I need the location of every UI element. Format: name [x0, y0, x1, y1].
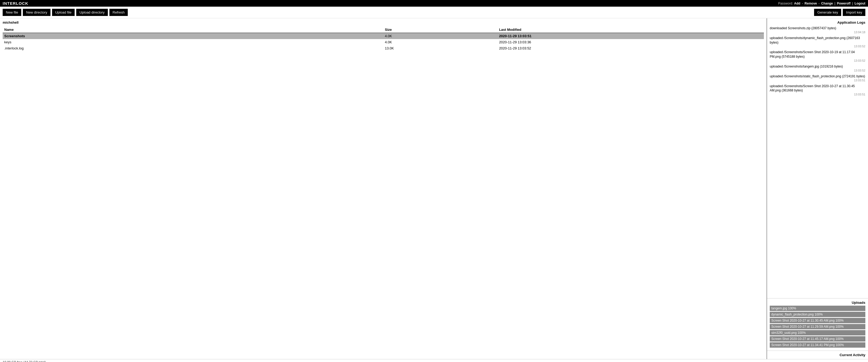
uploads-list: tangem.jpg 100%dynamic_flash_protection.…: [770, 306, 865, 348]
table-row[interactable]: .interlock.log13.0K2020-11-29 13:03:52: [3, 45, 764, 51]
col-header-modified: Last Modified: [497, 27, 764, 33]
upload-item: dynamic_flash_protection.png 100%: [770, 312, 865, 317]
log-time: 13:04:18: [770, 31, 865, 34]
uploads-title: Uploads: [770, 301, 865, 305]
log-time: 13:03:51: [770, 93, 865, 96]
log-text: uploaded /Screenshots/tangem.jpg (101921…: [770, 65, 843, 68]
log-entry: uploaded /Screenshots/Screen Shot 2020-1…: [770, 50, 865, 62]
file-modified: 2020-11-29 13:03:52: [497, 45, 764, 51]
log-entry: uploaded /Screenshots/Screen Shot 2020-1…: [770, 84, 865, 96]
log-text: uploaded /Screenshots/dynamic_flash_prot…: [770, 36, 860, 44]
log-text: uploaded /Screenshots/Screen Shot 2020-1…: [770, 50, 855, 58]
table-header-row: Name Size Last Modified: [3, 27, 764, 33]
file-modified: 2020-11-29 13:03:51: [497, 33, 764, 39]
upload-file-button[interactable]: Upload file: [52, 9, 74, 16]
import-key-button[interactable]: Import key: [843, 9, 865, 16]
current-activity-section: Current Activity: [767, 351, 868, 359]
upload-item: Screen Shot 2020-10-27 at 11.30.45 AM.pn…: [770, 318, 865, 323]
file-size: 4.0K: [383, 33, 497, 39]
password-change-link[interactable]: Change: [821, 2, 833, 5]
upload-item: Screen Shot 2020-10-27 at 11.34.41 PM.pn…: [770, 342, 865, 348]
password-label: Password:: [778, 2, 793, 5]
log-time: 13:03:52: [770, 69, 865, 72]
upload-item: Screen Shot 2020-10-27 at 11.45.17 AM.pn…: [770, 336, 865, 341]
footer: 10.00 GB free (44.72 GB total): [0, 359, 868, 362]
file-size: 13.0K: [383, 45, 497, 51]
file-name: Screenshots: [3, 33, 383, 39]
app-logs-title: Application Logs: [770, 21, 865, 25]
app-logs-section: Application Logs downloaded Screenshots.…: [767, 18, 868, 299]
file-panel: michshell Name Size Last Modified Screen…: [0, 18, 767, 359]
log-text: uploaded /Screenshots/Screen Shot 2020-1…: [770, 84, 855, 92]
file-size: 4.0K: [383, 39, 497, 45]
toolbar: New file New directory Upload file Uploa…: [0, 7, 868, 18]
col-header-name: Name: [3, 27, 383, 33]
password-add-link[interactable]: Add: [794, 2, 800, 5]
poweroff-link[interactable]: Poweroff: [837, 2, 850, 5]
logout-link[interactable]: Logout: [855, 2, 865, 5]
col-header-size: Size: [383, 27, 497, 33]
new-directory-button[interactable]: New directory: [23, 9, 50, 16]
generate-key-button[interactable]: Generate key: [814, 9, 841, 16]
file-name: keys: [3, 39, 383, 45]
log-entry: uploaded /Screenshots/tangem.jpg (101921…: [770, 64, 865, 72]
file-table-body: Screenshots4.0K2020-11-29 13:03:51keys4.…: [3, 33, 764, 52]
log-entry: downloaded Screenshots.zip (28057437 byt…: [770, 26, 865, 34]
log-entry: uploaded /Screenshots/static_flash_prote…: [770, 74, 865, 82]
brand-logo: INTERLOCK: [3, 1, 28, 6]
log-time: 13:03:52: [770, 44, 865, 48]
password-remove-link[interactable]: Remove: [805, 2, 817, 5]
upload-item: stm32f0_uuid.png 100%: [770, 330, 865, 335]
app-logs-entries: downloaded Screenshots.zip (28057437 byt…: [770, 26, 865, 96]
footer-text: 10.00 GB free (44.72 GB total): [3, 360, 46, 362]
log-time: 13:03:52: [770, 59, 865, 62]
log-time: 13:03:51: [770, 79, 865, 82]
uploads-section: Uploads tangem.jpg 100%dynamic_flash_pro…: [767, 299, 868, 351]
current-activity-title: Current Activity: [770, 353, 865, 357]
refresh-button[interactable]: Refresh: [110, 9, 128, 16]
password-controls: Password: Add - Remove - Change | Powero…: [778, 2, 865, 5]
top-bar: INTERLOCK Password: Add - Remove - Chang…: [0, 0, 868, 7]
log-text: downloaded Screenshots.zip (28057437 byt…: [770, 26, 836, 30]
file-name: .interlock.log: [3, 45, 383, 51]
current-path: michshell: [3, 21, 764, 25]
upload-directory-button[interactable]: Upload directory: [76, 9, 108, 16]
upload-item: tangem.jpg 100%: [770, 306, 865, 311]
table-row[interactable]: Screenshots4.0K2020-11-29 13:03:51: [3, 33, 764, 39]
new-file-button[interactable]: New file: [3, 9, 21, 16]
table-row[interactable]: keys4.0K2020-11-29 13:03:36: [3, 39, 764, 45]
upload-item: Screen Shot 2020-10-27 at 11.29.59 AM.pn…: [770, 324, 865, 329]
file-table: Name Size Last Modified Screenshots4.0K2…: [3, 27, 764, 51]
file-modified: 2020-11-29 13:03:36: [497, 39, 764, 45]
main-layout: michshell Name Size Last Modified Screen…: [0, 18, 868, 359]
log-entry: uploaded /Screenshots/dynamic_flash_prot…: [770, 36, 865, 48]
log-text: uploaded /Screenshots/static_flash_prote…: [770, 74, 865, 78]
right-panel: Application Logs downloaded Screenshots.…: [767, 18, 868, 359]
